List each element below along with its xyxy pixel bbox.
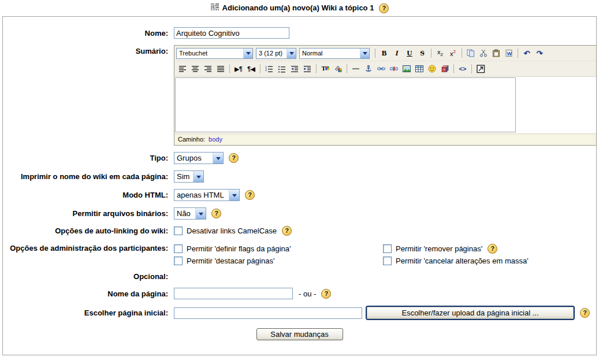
help-icon[interactable]: ? xyxy=(211,209,221,218)
cut-icon[interactable] xyxy=(478,48,489,58)
chevron-down-icon xyxy=(360,49,369,58)
link-icon[interactable] xyxy=(375,64,387,74)
align-left-icon[interactable] xyxy=(177,64,188,74)
indent-icon[interactable] xyxy=(302,64,313,74)
save-changes-button[interactable]: Salvar mudanças xyxy=(256,328,343,340)
definir-flags-checkbox[interactable] xyxy=(174,244,183,253)
ou-separator-text: - ou - xyxy=(299,289,316,298)
align-justify-icon[interactable] xyxy=(215,64,226,74)
table-icon[interactable] xyxy=(414,64,425,74)
help-icon[interactable]: ? xyxy=(321,289,331,299)
highlight-color-icon[interactable] xyxy=(332,64,344,74)
camelcase-checkbox-label: Desativar links CamelCase xyxy=(187,226,277,235)
toolbar-separator xyxy=(431,49,431,58)
row-nome: Nome: xyxy=(3,27,596,39)
chevron-down-icon xyxy=(213,153,223,164)
outdent-icon[interactable] xyxy=(289,64,300,74)
cancelar-alteracoes-label: Permitir 'cancelar alterações em massa' xyxy=(396,257,529,265)
toolbar-separator xyxy=(462,49,462,58)
superscript-icon[interactable]: x2 xyxy=(447,48,459,58)
camelcase-checkbox[interactable] xyxy=(174,226,183,235)
help-icon[interactable]: ? xyxy=(580,308,590,318)
upload-pagina-inicial-button[interactable]: Escolher/fazer upload da página inicial … xyxy=(367,307,574,319)
remover-paginas-checkbox[interactable] xyxy=(383,244,392,253)
editor-content-area[interactable] xyxy=(174,77,596,133)
smiley-icon[interactable] xyxy=(426,64,438,74)
redo-icon[interactable]: ↷ xyxy=(534,48,545,58)
horizontal-rule-icon[interactable] xyxy=(350,64,362,74)
nome-input[interactable] xyxy=(174,27,289,39)
modo-html-label: Modo HTML: xyxy=(3,191,174,199)
toolbar-separator xyxy=(518,49,518,58)
copy-icon[interactable] xyxy=(465,48,477,58)
editor-statusbar: Caminho:body xyxy=(174,133,596,145)
row-modo-html: Modo HTML: apenas HTML ? xyxy=(3,189,596,201)
help-icon[interactable]: ? xyxy=(245,190,255,200)
row-binarios: Permitir arquivos binários: Não ? xyxy=(3,207,596,220)
dir-rtl-icon[interactable]: ¶◀ xyxy=(245,64,257,74)
text-color-icon[interactable]: T xyxy=(319,64,331,74)
nome-pagina-label: Nome da página: xyxy=(3,289,174,298)
help-icon[interactable]: ? xyxy=(282,226,292,236)
chevron-down-icon xyxy=(229,190,239,200)
page-title-text: Adicionando um(a) novo(a) Wiki a tópico … xyxy=(222,3,374,12)
cancelar-alteracoes-checkbox[interactable] xyxy=(383,257,392,265)
admin-options-label: Opções de administração dos participante… xyxy=(3,244,174,252)
enlarge-editor-icon[interactable] xyxy=(475,64,486,74)
subscript-icon[interactable]: x2 xyxy=(434,48,446,58)
ordered-list-icon[interactable]: 12 xyxy=(263,64,275,74)
font-select[interactable]: Trebuchet xyxy=(176,48,253,59)
binarios-select[interactable]: Não xyxy=(174,207,206,220)
path-body-link[interactable]: body xyxy=(209,136,222,143)
toolbar-separator xyxy=(347,64,347,73)
row-pagina-inicial: Escolher página inicial: Escolher/fazer … xyxy=(3,306,596,320)
dir-ltr-icon[interactable]: ▶¶ xyxy=(233,64,244,74)
image-icon[interactable] xyxy=(401,64,412,74)
format-select[interactable]: Normal xyxy=(299,48,370,59)
destacar-paginas-label: Permitir 'destacar páginas' xyxy=(187,257,274,265)
toolbar-separator xyxy=(375,49,375,58)
nome-pagina-input[interactable] xyxy=(174,288,293,299)
unordered-list-icon[interactable] xyxy=(276,64,288,74)
editor-toolbar-row2: ▶¶¶◀12T<> xyxy=(174,61,596,77)
paste-icon[interactable] xyxy=(490,48,502,58)
help-icon[interactable]: ? xyxy=(379,3,389,13)
size-select[interactable]: 3 (12 pt) xyxy=(256,48,296,59)
path-label: Caminho: xyxy=(178,136,205,143)
help-icon[interactable]: ? xyxy=(488,244,497,254)
toolbar-separator xyxy=(229,64,230,73)
strikethrough-icon[interactable]: S xyxy=(416,48,428,58)
bold-icon[interactable]: B xyxy=(378,48,390,58)
modo-html-select[interactable]: apenas HTML xyxy=(174,189,240,201)
imprimir-label: Imprimir o nome do wiki em cada página: xyxy=(3,172,174,181)
tipo-label: Tipo: xyxy=(3,154,174,162)
toolbar-separator xyxy=(316,64,317,73)
admin-checkbox-item: Permitir 'remover páginas' ? xyxy=(383,244,596,254)
paste-word-icon[interactable]: W xyxy=(503,48,515,58)
chevron-down-icon xyxy=(195,208,206,219)
remover-paginas-label: Permitir 'remover páginas' xyxy=(396,244,482,253)
row-opcional: Opcional: xyxy=(3,272,596,281)
help-icon[interactable]: ? xyxy=(229,153,239,163)
unlink-icon[interactable] xyxy=(388,64,400,74)
admin-checkbox-item: Permitir 'cancelar alterações em massa' xyxy=(383,257,596,265)
align-right-icon[interactable] xyxy=(202,64,214,74)
binarios-label: Permitir arquivos binários: xyxy=(3,209,174,218)
admin-checkbox-item: Permitir 'destacar páginas' xyxy=(174,257,383,265)
svg-text:2: 2 xyxy=(265,68,267,72)
upload-button-ring: Escolher/fazer upload da página inicial … xyxy=(366,306,575,320)
pagina-inicial-input[interactable] xyxy=(174,307,362,319)
html-source-icon[interactable]: <> xyxy=(457,64,468,74)
editor-text-frame[interactable] xyxy=(175,77,516,132)
undo-icon[interactable]: ↶ xyxy=(521,48,533,58)
imprimir-select[interactable]: Sim xyxy=(174,170,204,183)
opcional-label: Opcional: xyxy=(3,272,174,281)
underline-icon[interactable]: U xyxy=(404,48,415,58)
align-center-icon[interactable] xyxy=(189,64,201,74)
tipo-select[interactable]: Grupos xyxy=(174,152,224,164)
special-char-icon[interactable] xyxy=(439,64,451,74)
italic-icon[interactable]: I xyxy=(391,48,403,58)
autolink-label: Opções de auto-linking do wiki: xyxy=(3,226,174,235)
destacar-paginas-checkbox[interactable] xyxy=(174,257,183,265)
anchor-icon[interactable] xyxy=(363,64,374,74)
